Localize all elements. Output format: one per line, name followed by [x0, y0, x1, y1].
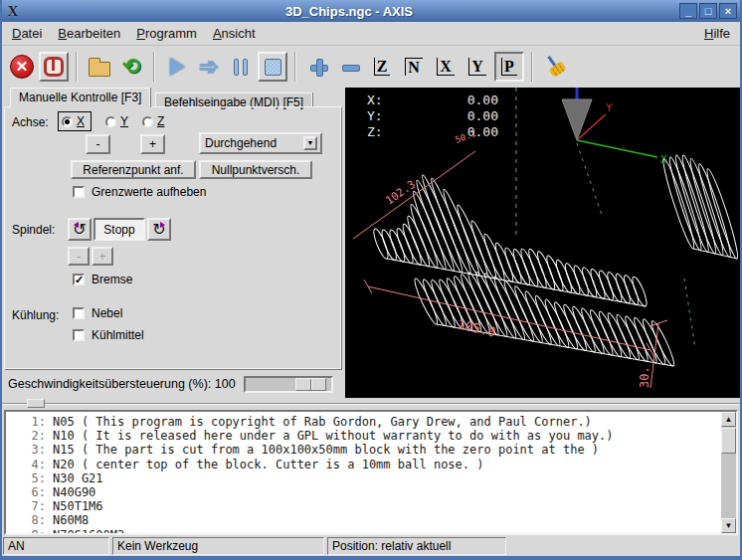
dro-y-row: Y: 0.00: [367, 108, 498, 124]
view-perspective-button[interactable]: P: [494, 52, 524, 82]
sash-grip-handle[interactable]: [27, 399, 45, 408]
checkbox-icon: [73, 307, 85, 319]
gcode-line[interactable]: 7:N50T1M6: [6, 499, 736, 513]
spindle-stop-button[interactable]: Stopp: [93, 218, 145, 241]
pane-sash[interactable]: [2, 398, 740, 410]
view-z-rotated-button[interactable]: N: [399, 52, 429, 82]
radio-icon: [105, 116, 116, 127]
dro-y-axis: Y:: [367, 108, 393, 124]
close-button[interactable]: ×: [719, 3, 737, 19]
menubar: Datei Bearbeiten Programm Ansicht Hilfe: [2, 22, 740, 46]
menu-bearbeiten[interactable]: Bearbeiten: [58, 26, 120, 41]
maximize-button[interactable]: □: [699, 3, 717, 19]
gcode-line[interactable]: 5:N30 G21: [6, 471, 736, 485]
gcode-line[interactable]: 4:N20 ( center top of the block. Cutter …: [6, 458, 736, 471]
scrollbar-thumb[interactable]: [721, 428, 736, 454]
dro-z-row: Z: 0.00: [367, 124, 498, 140]
toolbar: ✕ ⟲ ➾ Z N X Y P: [2, 46, 740, 88]
step-icon: ➾: [199, 57, 219, 77]
reload-button[interactable]: ⟲: [116, 52, 146, 82]
step-button[interactable]: ➾: [194, 52, 224, 82]
minimize-button[interactable]: _: [679, 3, 697, 19]
power-icon: [44, 57, 64, 77]
dro-z-axis: Z:: [367, 124, 393, 140]
jog-speed-dropdown[interactable]: Durchgehend ▼: [199, 132, 322, 154]
mist-checkbox[interactable]: Nebel: [73, 306, 122, 320]
open-file-button[interactable]: [85, 52, 114, 82]
checkbox-checked-icon: ✓: [73, 274, 85, 285]
view-z-button[interactable]: Z: [367, 52, 397, 82]
dim-z-label: 30.: [638, 366, 651, 388]
axis-y-label: Y: [606, 101, 613, 114]
override-limits-checkbox[interactable]: Grenzwerte aufheben: [73, 185, 206, 199]
axis-radio-z[interactable]: Z: [142, 114, 164, 128]
gcode-line[interactable]: 1:N05 ( This program is copyright of Rab…: [6, 415, 736, 429]
gcode-line[interactable]: 6:N40G90: [6, 485, 736, 499]
gcode-listing[interactable]: 1:N05 ( This program is copyright of Rab…: [4, 410, 738, 535]
brake-checkbox[interactable]: ✓ Bremse: [73, 273, 132, 286]
zoom-out-icon: [341, 58, 359, 76]
statusbar: AN Kein Werkzeug Position: relativ aktue…: [2, 537, 740, 556]
gcode-line[interactable]: 9:N70S1600M3: [6, 528, 736, 535]
axis-x-line: [577, 140, 657, 157]
zoom-in-button[interactable]: [303, 52, 333, 82]
estop-icon: ✕: [10, 55, 34, 79]
flood-checkbox[interactable]: Kühlmittel: [73, 328, 144, 342]
stop-button[interactable]: [258, 52, 287, 82]
dro-x-axis: X:: [367, 93, 393, 108]
menu-ansicht[interactable]: Ansicht: [213, 26, 256, 41]
scroll-up-icon[interactable]: ▲: [721, 412, 736, 427]
app-icon: X: [5, 3, 21, 19]
pause-button[interactable]: [226, 52, 256, 82]
axis-y-label: Y: [120, 114, 128, 128]
tool-cone-icon: [562, 99, 592, 140]
feed-override-slider[interactable]: [244, 376, 333, 393]
titlebar[interactable]: X 3D_Chips.ngc - AXIS _ □ ×: [2, 0, 740, 22]
view-z-rotated-icon: N: [405, 58, 423, 76]
home-axis-button[interactable]: Referenzpunkt anf.: [71, 160, 196, 179]
clear-plot-button[interactable]: [540, 52, 570, 82]
slider-handle[interactable]: [295, 378, 326, 391]
gcode-line[interactable]: 8:N60M8: [6, 513, 736, 527]
view-z-icon: Z: [374, 58, 391, 76]
scroll-down-icon[interactable]: ▼: [721, 518, 736, 533]
view-x-button[interactable]: X: [431, 52, 461, 82]
toolbar-separator: [76, 52, 78, 82]
touch-off-button[interactable]: Nullpunktversch.: [199, 160, 312, 179]
dro-x-value: 0.00: [393, 93, 498, 108]
axis-radio-x[interactable]: X: [58, 111, 92, 131]
run-button[interactable]: [162, 52, 192, 82]
spindle-ccw-button[interactable]: ↺: [68, 218, 92, 241]
estop-button[interactable]: ✕: [7, 52, 37, 82]
toolbar-separator: [531, 52, 533, 82]
reload-icon: ⟲: [122, 56, 140, 78]
status-position-mode: Position: relativ aktuell: [327, 537, 506, 555]
spindle-cw-button[interactable]: ↻: [147, 218, 171, 241]
jog-minus-button[interactable]: -: [86, 134, 110, 154]
tab-manual-control[interactable]: Manuelle Kontrolle [F3]: [10, 88, 150, 107]
menu-hilfe[interactable]: Hilfe: [704, 26, 730, 41]
checkbox-icon: [73, 186, 85, 198]
dro-readout: X: 0.00 Y: 0.00 Z: 0.00: [367, 93, 498, 140]
axis-radio-y[interactable]: Y: [105, 114, 128, 128]
zoom-out-button[interactable]: [335, 52, 365, 82]
gcode-line[interactable]: 2:N10 ( It is released here under a GPL …: [6, 429, 736, 443]
spindle-faster-button[interactable]: +: [92, 247, 113, 266]
menu-programm[interactable]: Programm: [136, 26, 197, 41]
gcode-lines: 1:N05 ( This program is copyright of Rab…: [6, 412, 736, 535]
preview-3d[interactable]: Y X 102.3 50.1 105.0 30. X: 0.00: [345, 88, 740, 398]
menu-datei[interactable]: Datei: [12, 26, 42, 41]
guide-line: [684, 279, 695, 348]
gcode-line[interactable]: 3:N15 ( The part is cut from a 100x100x5…: [6, 443, 736, 457]
axis-label: Achse:: [12, 115, 49, 129]
spindle-slower-button[interactable]: -: [68, 247, 90, 266]
view-y-button[interactable]: Y: [463, 52, 492, 82]
jog-plus-button[interactable]: +: [140, 134, 165, 154]
machine-power-button[interactable]: [39, 52, 69, 82]
gcode-scrollbar[interactable]: ▲ ▼: [721, 412, 736, 533]
spindle-cw-icon: ↻: [152, 222, 165, 238]
feed-override-label: Geschwindigkeitsübersteuerung (%):: [8, 377, 211, 391]
sash-line: [2, 403, 740, 405]
dro-z-value: 0.00: [393, 124, 498, 140]
tab-mdi[interactable]: Befehlseingabe (MDI) [F5]: [155, 93, 312, 107]
